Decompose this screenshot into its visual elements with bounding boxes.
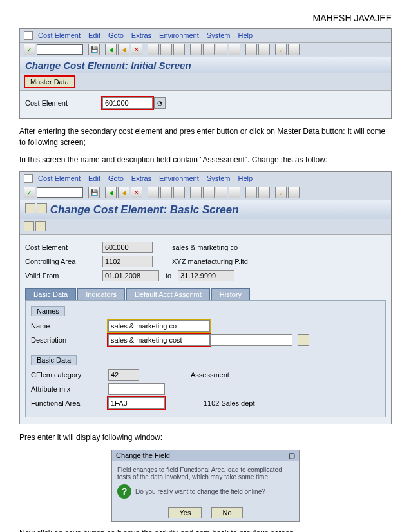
- toolbar: ✓ 💾 ◀ ◀ ✕ ?: [20, 43, 391, 57]
- overview-icon[interactable]: [37, 203, 47, 213]
- form-area-2: Cost Element 601000 sales & marketing co…: [20, 235, 391, 424]
- menu-edit[interactable]: Edit: [86, 32, 103, 39]
- menu-cost-element[interactable]: Cost Element: [35, 175, 83, 182]
- find-next-icon[interactable]: [173, 187, 185, 198]
- name-label: Name: [31, 322, 108, 330]
- command-field[interactable]: [37, 187, 83, 198]
- menu-system[interactable]: System: [204, 175, 233, 182]
- app-toolbar-2: [20, 219, 391, 235]
- menu-environment[interactable]: Environment: [157, 32, 202, 39]
- tab-history[interactable]: History: [211, 288, 250, 300]
- print-icon[interactable]: [148, 187, 159, 198]
- prev-page-icon[interactable]: [203, 187, 215, 198]
- page-header: MAHESH JAVAJEE: [19, 13, 392, 23]
- yes-button[interactable]: Yes: [168, 507, 202, 518]
- find-next-icon[interactable]: [173, 44, 185, 55]
- name-input[interactable]: sales & marketing co: [108, 320, 210, 332]
- no-button[interactable]: No: [211, 507, 242, 518]
- group-basic-data: Basic Data: [31, 355, 77, 365]
- new-session-icon[interactable]: [245, 187, 257, 198]
- next-page-icon[interactable]: [216, 187, 227, 198]
- last-page-icon[interactable]: [229, 44, 240, 55]
- cost-element-label: Cost Element: [25, 243, 102, 251]
- body-text-4: Now click on save button so it save the …: [19, 528, 392, 532]
- attribute-mix-label: Attribute mix: [31, 385, 108, 393]
- window-icon: [24, 174, 33, 183]
- menu-extras[interactable]: Extras: [129, 32, 154, 39]
- menu-environment[interactable]: Environment: [157, 175, 202, 182]
- prev-page-icon[interactable]: [203, 44, 215, 55]
- screen-title: Change Cost Element: Initial Screen: [20, 57, 391, 73]
- cancel-icon[interactable]: ✕: [131, 187, 142, 198]
- print-icon[interactable]: [148, 44, 159, 55]
- cost-element-input[interactable]: 601000: [102, 97, 153, 109]
- f4-help-icon[interactable]: ◔: [154, 97, 166, 109]
- find-icon[interactable]: [160, 187, 172, 198]
- cost-element-desc: sales & marketing co: [172, 243, 238, 251]
- form-area: Cost Element 601000 ◔: [20, 91, 391, 118]
- menu-cost-element[interactable]: Cost Element: [35, 32, 83, 39]
- controlling-area-label: Controlling Area: [25, 258, 102, 265]
- first-page-icon[interactable]: [190, 44, 202, 55]
- menu-help[interactable]: Help: [236, 175, 256, 182]
- toolbar-icon-1[interactable]: [24, 221, 34, 231]
- display-icon[interactable]: [25, 203, 35, 213]
- master-data-button[interactable]: Master Data: [24, 75, 75, 88]
- tab-indicators[interactable]: Indicators: [77, 288, 125, 300]
- enter-icon[interactable]: ✓: [24, 44, 35, 55]
- cancel-icon[interactable]: ✕: [131, 44, 142, 55]
- exit-icon[interactable]: ◀: [118, 44, 129, 55]
- layout-icon[interactable]: [288, 187, 300, 198]
- first-page-icon[interactable]: [190, 187, 202, 198]
- description-input[interactable]: sales & marketing cost: [108, 334, 210, 346]
- screen-title-2: Change Cost Element: Basic Screen: [20, 200, 391, 219]
- dialog-close-icon[interactable]: ▢: [289, 451, 295, 460]
- tab-default-acct[interactable]: Default Acct Assgnmt: [126, 288, 210, 300]
- sap-window-basic: Cost Element Edit Goto Extras Environmen…: [19, 171, 392, 424]
- command-field[interactable]: [37, 44, 83, 55]
- menu-system[interactable]: System: [204, 32, 233, 39]
- shortcut-icon[interactable]: [258, 187, 270, 198]
- celem-category-desc: Assessment: [191, 371, 229, 379]
- find-icon[interactable]: [160, 44, 172, 55]
- toolbar-icon-2[interactable]: [35, 221, 46, 231]
- layout-icon[interactable]: [288, 44, 300, 55]
- celem-category-value: 42: [108, 369, 139, 381]
- enter-icon[interactable]: ✓: [24, 187, 35, 198]
- last-page-icon[interactable]: [229, 187, 240, 198]
- exit-icon[interactable]: ◀: [118, 187, 129, 198]
- description-label: Description: [31, 336, 108, 344]
- tab-basic-data[interactable]: Basic Data: [25, 288, 76, 300]
- menu-goto[interactable]: Goto: [106, 32, 126, 39]
- functional-area-input[interactable]: 1FA3: [108, 397, 165, 409]
- menu-edit[interactable]: Edit: [86, 175, 103, 182]
- description-ext[interactable]: [210, 334, 292, 346]
- group-names: Names: [31, 306, 65, 316]
- menu-goto[interactable]: Goto: [106, 175, 126, 182]
- next-page-icon[interactable]: [216, 44, 227, 55]
- attribute-mix-input[interactable]: [108, 383, 165, 395]
- menu-bar: Cost Element Edit Goto Extras Environmen…: [20, 29, 391, 43]
- save-icon[interactable]: 💾: [88, 44, 100, 55]
- dialog-title: Change the Field: [116, 451, 170, 460]
- sap-window-initial: Cost Element Edit Goto Extras Environmen…: [19, 28, 392, 119]
- body-text-2: In this screen the name and description …: [19, 155, 392, 166]
- dialog-message-2: Do you really want to change the field o…: [135, 488, 265, 495]
- shortcut-icon[interactable]: [258, 44, 270, 55]
- long-text-icon[interactable]: [298, 334, 309, 346]
- valid-from-value: 01.01.2008: [102, 270, 159, 281]
- menu-help[interactable]: Help: [236, 32, 256, 39]
- help-icon[interactable]: ?: [275, 187, 287, 198]
- celem-category-label: CElem category: [31, 371, 108, 379]
- body-text-1: After entering the secondary cost elemen…: [19, 126, 392, 148]
- menu-extras[interactable]: Extras: [129, 175, 154, 182]
- back-icon[interactable]: ◀: [105, 44, 117, 55]
- body-text-3: Pres enter it will display following win…: [19, 432, 392, 443]
- controlling-area-desc: XYZ manefacturing P.ltd: [172, 258, 248, 265]
- save-icon[interactable]: 💾: [88, 187, 100, 198]
- tab-content: Names Name sales & marketing co Descript…: [25, 300, 386, 417]
- help-icon[interactable]: ?: [275, 44, 287, 55]
- dialog-message-1: Field changes to field Functional Area l…: [117, 466, 294, 480]
- new-session-icon[interactable]: [245, 44, 257, 55]
- back-icon[interactable]: ◀: [105, 187, 117, 198]
